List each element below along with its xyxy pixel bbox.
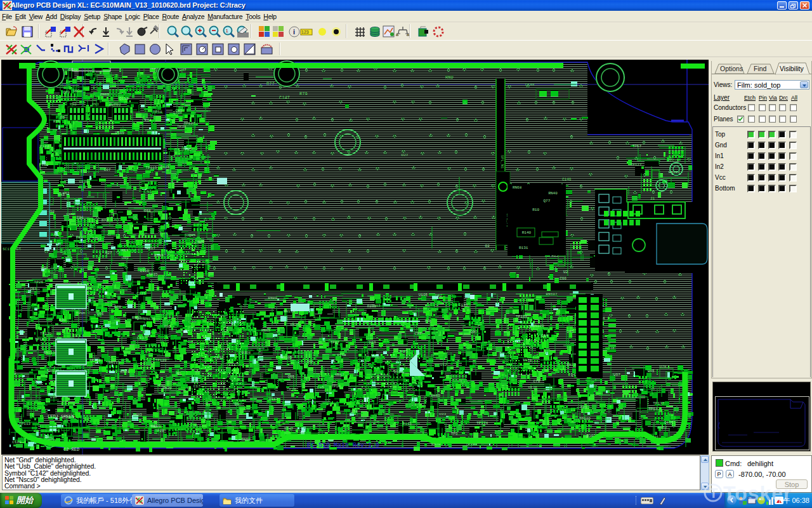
svg-text:Q95: Q95	[471, 330, 478, 334]
svg-text:TP3: TP3	[451, 432, 458, 436]
svg-text:TP120: TP120	[40, 331, 51, 336]
svg-text:RN120: RN120	[533, 324, 544, 328]
svg-text:Find: Find	[754, 65, 767, 72]
svg-text:U126: U126	[528, 385, 537, 390]
svg-text:R77: R77	[266, 81, 275, 86]
svg-text:R10: R10	[532, 208, 539, 212]
svg-text:C147: C147	[279, 95, 290, 100]
svg-text:RN20: RN20	[69, 68, 78, 72]
svg-text:TP47: TP47	[284, 427, 294, 431]
svg-text:i: i	[293, 28, 295, 36]
svg-text:TP134: TP134	[476, 421, 488, 425]
svg-text:Visibility: Visibility	[780, 65, 804, 72]
svg-text:R6: R6	[176, 371, 181, 376]
svg-text:RN69: RN69	[100, 93, 110, 97]
svg-text:TP120: TP120	[155, 358, 167, 363]
svg-text:U83: U83	[369, 340, 376, 345]
svg-text:RN40: RN40	[548, 191, 558, 196]
svg-text:C76: C76	[289, 387, 296, 392]
svg-text:RN107: RN107	[546, 292, 558, 297]
svg-text:C67: C67	[104, 168, 111, 172]
svg-text:TP35: TP35	[148, 272, 158, 277]
svg-text:U2: U2	[563, 270, 568, 274]
svg-text:R34: R34	[145, 118, 152, 123]
svg-text:Q30: Q30	[59, 318, 66, 323]
svg-text:TP10: TP10	[331, 384, 341, 389]
svg-text:R21: R21	[580, 405, 587, 410]
svg-text:C123: C123	[136, 291, 146, 296]
svg-text:TP85: TP85	[183, 147, 192, 152]
svg-text:RN67: RN67	[335, 373, 344, 377]
svg-text:U112: U112	[269, 397, 278, 401]
svg-text:Q98: Q98	[41, 266, 48, 271]
svg-text:U4: U4	[67, 212, 72, 217]
svg-text:TP34: TP34	[177, 124, 187, 129]
svg-text:U47: U47	[180, 68, 187, 72]
svg-text:RN113: RN113	[108, 361, 120, 365]
svg-text:U97: U97	[613, 373, 620, 377]
svg-text:R140: R140	[522, 231, 532, 235]
svg-text:R131: R131	[519, 246, 528, 250]
svg-text:RN98: RN98	[242, 438, 251, 442]
svg-text:R68: R68	[114, 305, 121, 309]
svg-text:Q70: Q70	[63, 90, 70, 95]
svg-text:C144: C144	[525, 83, 535, 87]
svg-text:C135: C135	[459, 303, 468, 307]
svg-text:R80: R80	[76, 235, 83, 239]
svg-text:C2 RED: C2 RED	[63, 447, 79, 452]
svg-text:LEDJ GREEN: LEDJ GREEN	[48, 414, 74, 419]
svg-text:C66: C66	[560, 276, 566, 281]
svg-text:R75: R75	[53, 119, 60, 124]
svg-text:RN37: RN37	[132, 316, 141, 320]
svg-text:RN9: RN9	[445, 75, 454, 80]
svg-text:R79: R79	[299, 91, 308, 97]
svg-text:RN4: RN4	[114, 102, 121, 107]
svg-text:RN139: RN139	[144, 317, 155, 321]
svg-text:C88: C88	[306, 359, 313, 364]
svg-text:1: 1	[226, 28, 229, 34]
svg-text:U78: U78	[660, 364, 667, 369]
svg-text:TP115: TP115	[145, 166, 157, 170]
svg-text:TP127: TP127	[631, 163, 642, 167]
svg-text:C52: C52	[414, 331, 421, 336]
svg-text:TP75: TP75	[399, 349, 409, 354]
svg-text:C132: C132	[214, 356, 224, 360]
svg-text:C54: C54	[30, 287, 37, 291]
svg-text:R107: R107	[147, 246, 156, 251]
svg-text:TP14: TP14	[35, 337, 44, 342]
svg-text:Q77: Q77	[543, 199, 550, 203]
svg-text:Q56: Q56	[97, 312, 104, 316]
svg-text:C137: C137	[137, 336, 147, 340]
svg-text:TP119: TP119	[89, 358, 101, 363]
svg-text:RN113: RN113	[44, 351, 55, 355]
svg-text:TP57: TP57	[632, 144, 642, 149]
svg-text:U49: U49	[122, 256, 129, 260]
svg-text:RN88: RN88	[268, 296, 278, 300]
svg-text:RN3: RN3	[92, 102, 99, 107]
svg-text:RN25: RN25	[290, 323, 299, 327]
svg-text:C70: C70	[534, 379, 540, 384]
svg-text:CN1: CN1	[144, 189, 152, 194]
svg-text:SPL_N1: SPL_N1	[500, 155, 504, 169]
svg-text:R111: R111	[403, 422, 412, 426]
svg-text:U74: U74	[351, 410, 358, 414]
svg-text:RN46: RN46	[261, 328, 271, 333]
svg-text:TP110: TP110	[579, 417, 591, 421]
svg-text:Q27: Q27	[105, 251, 112, 255]
svg-text:U69: U69	[48, 369, 55, 373]
svg-text:U8: U8	[74, 89, 79, 93]
svg-text:U113: U113	[371, 304, 381, 308]
svg-text:Q110: Q110	[140, 269, 150, 273]
svg-text:Q55: Q55	[287, 375, 294, 379]
svg-text:Q6: Q6	[235, 402, 240, 406]
svg-text:RN44: RN44	[154, 253, 164, 258]
svg-text:RN68: RN68	[513, 185, 522, 190]
svg-text:TP137: TP137	[653, 401, 664, 406]
svg-text:Tosker: Tosker	[723, 482, 792, 505]
svg-text:U45: U45	[648, 369, 655, 373]
svg-text:U12: U12	[440, 363, 447, 367]
svg-text:C100: C100	[12, 440, 22, 444]
svg-text:Q108: Q108	[173, 110, 183, 115]
svg-text:R118: R118	[337, 353, 346, 358]
svg-text:TP5: TP5	[425, 319, 432, 324]
